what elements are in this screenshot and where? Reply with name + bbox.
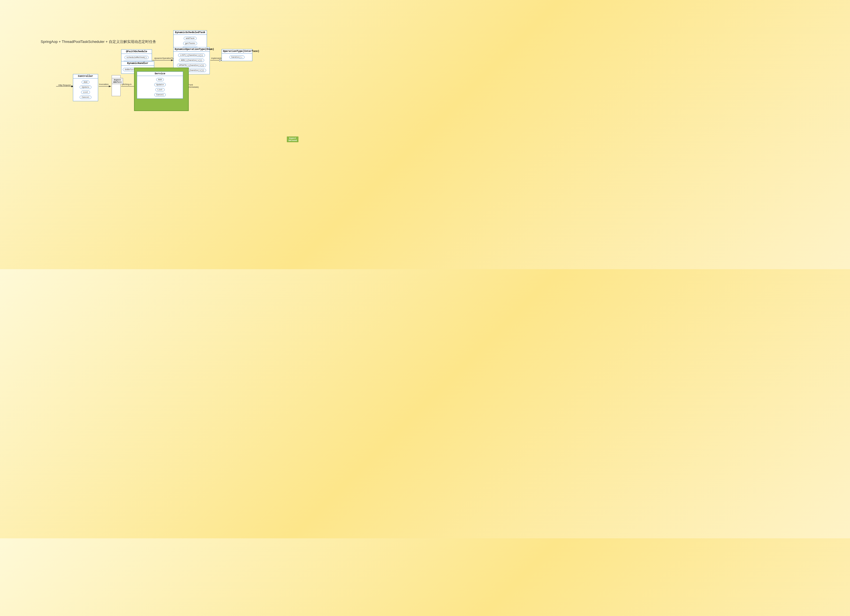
controller-box: Controller Add Update List Cancel [73,74,98,101]
faith-schedule-title: @FaithSchedule [121,49,152,54]
op-type-title: OperationType(Interface) [222,49,252,54]
controller-list: List [81,91,90,94]
op-type-handle: handle(); [229,55,245,59]
dyn-sched-task-get: getTasks [183,42,197,45]
dyn-sched-task-title: DynamicScheduledTask [174,31,207,35]
svg-text:Http Request: Http Request [58,84,71,86]
svg-text:implements: implements [211,57,222,60]
service-title: Service [137,72,183,76]
aspect-before-badge: Aspect&Before [112,78,123,84]
controller-update: Update [80,85,91,89]
dyn-op-type-list: LIST(){handle(){}} [178,54,205,57]
dyn-sched-task-add: addTask [184,37,197,40]
service-add: Add [156,78,164,81]
diagram-container: SpringAop + ThreadPoolTaskScheduler + 自定… [0,0,359,269]
svg-text:Invocation: Invocation [99,83,109,85]
controller-title: Controller [73,74,98,79]
svg-text:pitching-in: pitching-in [122,83,132,85]
aspect-around-badge: Aspect&Around [287,136,298,142]
page-title: SpringAop + ThreadPoolTaskScheduler + 自定… [40,39,156,44]
service-list: List [156,88,164,91]
operation-type-box: OperationType(Interface) handle(); [221,49,252,61]
dyn-op-type-update: UPDATE(){handle(){}} [177,64,206,67]
controller-cancel: Cancel [80,96,91,99]
faith-schedule-method: scheduleMethod() [124,56,149,59]
dyn-op-type-title: DynamicOperationType(Enum) [174,47,210,52]
service-cancel: Cancel [154,93,166,96]
dyn-op-type-add: ADD(){handle(){}} [179,58,204,62]
controller-add: Add [82,81,90,84]
service-update: Update [154,83,166,86]
dyn-handler-title: DynamicHandler [121,61,154,66]
service-box: Service Add Update List Cancel [137,72,183,99]
